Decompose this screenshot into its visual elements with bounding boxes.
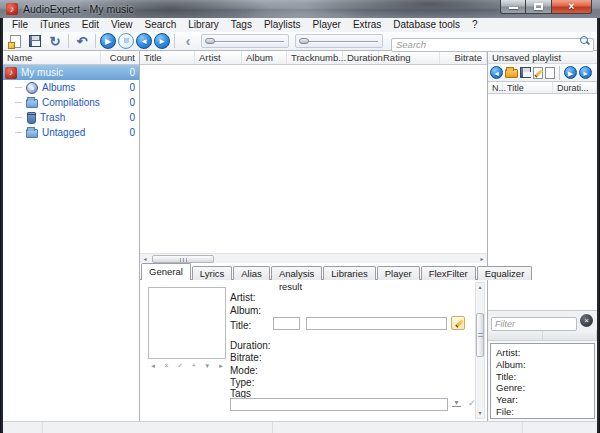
column-artist[interactable]: Artist [195,51,242,64]
close-button[interactable]: × [552,0,592,14]
scroll-up-icon[interactable]: ▴ [476,283,484,292]
vertical-scrollbar[interactable]: ▴ ▾ [475,282,485,419]
menu-database-tools[interactable]: Database tools [387,18,466,32]
menu-search[interactable]: Search [139,18,183,32]
add-files-badge [8,42,15,49]
folder-icon [26,99,38,108]
playlist-column-number[interactable]: N... [488,82,503,93]
tree-item-untagged[interactable]: Untagged 0 [3,125,139,140]
art-prev-icon[interactable]: ◂ [148,362,158,370]
splitter-segment [488,330,543,340]
clear-filter-button[interactable]: × [580,314,593,327]
playlist-panel: Unsaved playlist ◄ ▶ ► N... Title Durati… [487,51,597,421]
scroll-down-icon[interactable]: ▾ [476,409,484,418]
minimize-button[interactable] [500,0,526,14]
horizontal-scrollbar-thumb[interactable] [152,255,214,263]
tab-lyrics[interactable]: Lyrics [192,266,232,280]
tab-general[interactable]: General [141,263,191,280]
menu-edit[interactable]: Edit [76,18,105,32]
playlist-splitter-bar[interactable] [488,330,597,341]
open-playlist-button[interactable] [505,69,518,78]
menu-playlists[interactable]: Playlists [258,18,307,32]
undo-button[interactable]: ↶ [73,33,91,50]
tab-libraries[interactable]: Libraries [323,266,375,280]
volume-slider-track [300,41,378,42]
maximize-button[interactable] [526,0,552,14]
horizontal-scrollbar[interactable]: ◂ ▸ [140,253,487,263]
tree-item-count: 0 [129,112,135,123]
tab-equalizer[interactable]: Equalizer [477,266,533,280]
column-bitrate[interactable]: Bitrate [440,51,487,64]
playlist-column-duration[interactable]: Durati... [553,82,597,93]
search-input[interactable] [391,38,594,52]
column-rating[interactable]: Rating [379,51,440,64]
vertical-scrollbar-thumb[interactable] [476,313,484,357]
edit-playlist-button[interactable] [533,67,543,79]
seek-slider-thumb[interactable] [205,38,215,44]
tree-item-count: 0 [129,97,135,108]
playlist-play-button[interactable]: ▶ [564,66,577,79]
art-remove-icon[interactable]: × [162,362,172,370]
previous-button[interactable]: ◄ [136,33,152,49]
menu-tags[interactable]: Tags [225,18,258,32]
tree-item-albums[interactable]: Albums 0 [3,80,139,95]
tree-header-count[interactable]: Count [101,51,139,64]
toolbar-separator [68,34,69,48]
info-file-label: File: [496,406,594,418]
next-button[interactable]: ► [154,33,170,49]
menu-file[interactable]: File [6,18,34,32]
tab-player[interactable]: Player [377,266,420,280]
collapse-button[interactable]: ‹ [179,33,197,50]
menu-itunes[interactable]: iTunes [34,18,76,32]
edit-title-button[interactable] [451,316,465,330]
volume-slider-thumb[interactable] [299,38,309,44]
tree-item-trash[interactable]: Trash 0 [3,110,139,125]
menu-extras[interactable]: Extras [347,18,387,32]
column-title[interactable]: Title [140,51,195,64]
tab-alias[interactable]: Alias [233,266,270,280]
title-bar[interactable]: ♪ AudioExpert - My music × [0,0,600,18]
tab-flexfilter[interactable]: FlexFilter [421,266,476,280]
search-icon[interactable] [580,36,590,46]
filter-input[interactable] [491,317,577,331]
playlist-back-button[interactable]: ◄ [490,66,503,79]
tree-item-my-music[interactable]: ♪ My music 0 [3,65,139,80]
volume-slider[interactable] [295,34,383,48]
chevron-left-icon: ‹ [186,34,191,48]
art-dropdown-icon[interactable]: ▾ [202,362,212,370]
art-apply-icon[interactable]: ✓ [175,362,185,370]
tree-header-name[interactable]: Name [3,51,101,64]
menu-help[interactable]: ? [466,18,484,32]
menu-player[interactable]: Player [307,18,347,32]
refresh-button[interactable]: ↻ [46,33,64,50]
album-art-box[interactable] [148,287,226,359]
menu-view[interactable]: View [105,18,139,32]
seek-slider[interactable] [201,34,289,48]
stop-button[interactable] [118,33,134,49]
new-playlist-button[interactable] [545,67,555,79]
type-label: Type: [230,377,254,388]
art-add-icon[interactable]: + [189,362,199,370]
tracknumber-field[interactable] [273,317,300,330]
column-album[interactable]: Album [242,51,287,64]
tags-field[interactable] [230,398,448,411]
playlist-next-button[interactable]: ► [579,66,592,79]
track-list-panel: Title Artist Album Tracknumb... Duration… [140,51,487,421]
tags-dropdown-icon[interactable]: ▼ [452,399,461,407]
playlist-column-title[interactable]: Title [503,82,553,93]
add-files-button[interactable] [6,33,24,50]
tree-item-label: My music [21,67,63,78]
menu-library[interactable]: Library [182,18,225,32]
scrollbar-grip [478,333,483,337]
column-duration[interactable]: Duration [343,51,379,64]
column-tracknumber[interactable]: Tracknumb... [287,51,343,64]
save-playlist-button[interactable] [520,67,531,78]
app-icon: ♪ [6,3,18,15]
track-list-body[interactable] [140,65,487,253]
tree-item-compilations[interactable]: Compilations 0 [3,95,139,110]
save-button[interactable] [26,33,44,50]
play-button[interactable]: ▶ [100,33,116,49]
tab-analysis-result[interactable]: Analysis result [271,266,322,280]
title-field[interactable] [306,317,447,330]
art-next-icon[interactable]: ▸ [216,362,226,370]
